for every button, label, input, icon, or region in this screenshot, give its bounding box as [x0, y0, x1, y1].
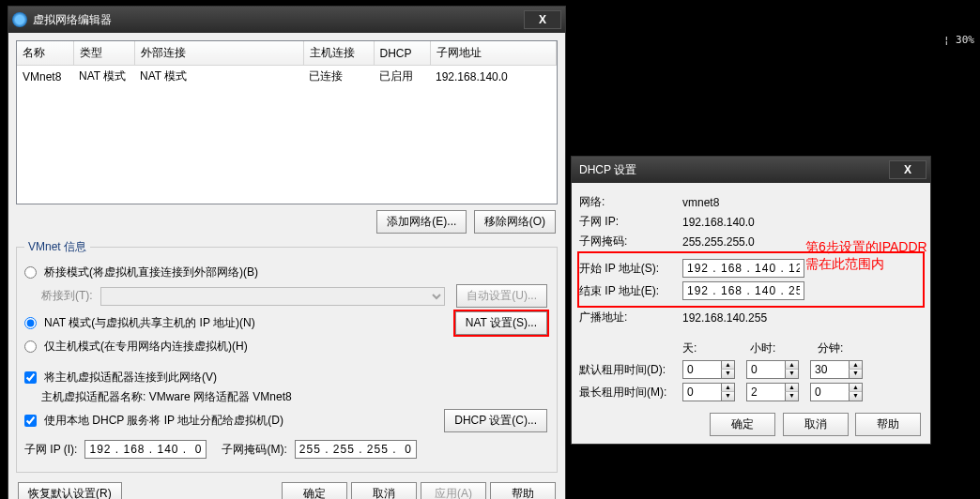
dhcp-close-icon[interactable]: X: [889, 160, 926, 179]
col-type[interactable]: 类型: [73, 41, 134, 66]
up-icon[interactable]: ▲: [849, 361, 862, 370]
subnet-mask-label: 子网掩码(M):: [222, 442, 286, 458]
cell-dhcp: 已启用: [374, 66, 430, 88]
check-host-adapter[interactable]: [24, 371, 37, 384]
m-min-spinner[interactable]: ▲▼: [810, 383, 863, 401]
down-icon[interactable]: ▼: [721, 392, 734, 401]
dhcp-help-button[interactable]: 帮助: [855, 413, 921, 436]
main-title: 虚拟网络编辑器: [33, 12, 524, 28]
net-label: 网络:: [579, 194, 682, 210]
radio-nat[interactable]: [24, 317, 37, 329]
bridge-auto-button: 自动设置(U)...: [456, 284, 547, 308]
subnet-ip-label: 子网 IP (I):: [24, 442, 77, 458]
host-adapter-info: 主机虚拟适配器名称: VMware 网络适配器 VMnet8: [41, 389, 549, 405]
down-icon[interactable]: ▼: [785, 370, 798, 378]
vmnet-info-group: VMnet 信息 桥接模式(将虚拟机直接连接到外部网络)(B) 桥接到(T): …: [16, 239, 558, 473]
hour-header: 小时:: [750, 340, 818, 356]
ok-button[interactable]: 确定: [282, 482, 347, 499]
max-lease-label: 最长租用时间(M):: [579, 385, 682, 401]
dhcp-title: DHCP 设置: [575, 162, 889, 178]
down-icon[interactable]: ▼: [849, 392, 862, 401]
d-hour-spinner[interactable]: ▲▼: [746, 360, 799, 379]
help-button[interactable]: 帮助: [490, 482, 556, 499]
d-min-input[interactable]: [811, 361, 849, 378]
dhcp-cancel-button[interactable]: 取消: [783, 413, 849, 436]
down-icon[interactable]: ▼: [721, 370, 734, 378]
col-host[interactable]: 主机连接: [303, 41, 374, 66]
up-icon[interactable]: ▲: [785, 384, 798, 392]
check-host-adapter-label: 将主机虚拟适配器连接到此网络(V): [44, 370, 217, 386]
restore-defaults-button[interactable]: 恢复默认设置(R): [18, 482, 122, 499]
cell-host: 已连接: [303, 66, 374, 88]
m-day-input[interactable]: [683, 384, 721, 401]
d-day-input[interactable]: [683, 361, 721, 378]
up-icon[interactable]: ▲: [721, 384, 734, 392]
col-name[interactable]: 名称: [17, 41, 73, 66]
dhcp-ok-button[interactable]: 确定: [710, 413, 775, 436]
end-ip-label: 结束 IP 地址(E):: [579, 283, 682, 299]
mask-value: 255.255.255.0: [682, 235, 755, 249]
d-day-spinner[interactable]: ▲▼: [682, 360, 735, 379]
start-ip-input[interactable]: [682, 259, 804, 278]
subnet-mask-input[interactable]: [295, 440, 417, 459]
col-subnet[interactable]: 子网地址: [430, 41, 557, 66]
end-ip-input[interactable]: [682, 281, 804, 300]
cell-name: VMnet8: [17, 66, 73, 88]
col-dhcp[interactable]: DHCP: [374, 41, 430, 66]
min-header: 分钟:: [818, 340, 885, 356]
right-corner-text: ¦ 30%: [943, 34, 974, 46]
bcast-value: 192.168.140.255: [682, 311, 767, 325]
default-lease-label: 默认租用时间(D):: [579, 362, 682, 378]
down-icon[interactable]: ▼: [785, 392, 798, 401]
cancel-button[interactable]: 取消: [351, 482, 417, 499]
radio-hostonly-label: 仅主机模式(在专用网络内连接虚拟机)(H): [44, 339, 248, 355]
bcast-label: 广播地址:: [579, 310, 682, 325]
mask-label: 子网掩码:: [579, 234, 682, 250]
down-icon[interactable]: ▼: [849, 370, 862, 378]
sub-label: 子网 IP:: [579, 214, 682, 230]
bridge-select: [100, 287, 446, 306]
main-window: 虚拟网络编辑器 X 名称 类型 外部连接 主机连接 DHCP 子网地址 VMne…: [8, 6, 566, 499]
cell-type: NAT 模式: [73, 66, 134, 88]
nat-settings-button[interactable]: NAT 设置(S)...: [455, 311, 547, 335]
start-ip-label: 开始 IP 地址(S):: [579, 261, 682, 277]
col-ext[interactable]: 外部连接: [134, 41, 303, 66]
m-hour-spinner[interactable]: ▲▼: [746, 383, 799, 401]
sub-value: 192.168.140.0: [682, 216, 755, 229]
up-icon[interactable]: ▲: [785, 361, 798, 370]
annotation-line2: 需在此范围内: [805, 255, 927, 272]
remove-network-button[interactable]: 移除网络(O): [474, 210, 556, 234]
day-header: 天:: [682, 340, 750, 356]
radio-nat-label: NAT 模式(与虚拟机共享主机的 IP 地址)(N): [44, 315, 450, 331]
m-day-spinner[interactable]: ▲▼: [682, 383, 735, 401]
check-dhcp[interactable]: [24, 415, 37, 427]
up-icon[interactable]: ▲: [849, 384, 862, 392]
up-icon[interactable]: ▲: [721, 361, 734, 370]
cell-ext: NAT 模式: [134, 66, 303, 88]
annotation-line1: 第6步设置的IPADDR: [805, 238, 927, 255]
d-min-spinner[interactable]: ▲▼: [810, 360, 863, 379]
close-icon[interactable]: X: [524, 10, 561, 29]
apply-button: 应用(A): [421, 482, 486, 499]
d-hour-input[interactable]: [747, 361, 785, 378]
main-titlebar: 虚拟网络编辑器 X: [8, 7, 565, 33]
table-row[interactable]: VMnet8 NAT 模式 NAT 模式 已连接 已启用 192.168.140…: [17, 66, 557, 88]
m-hour-input[interactable]: [747, 384, 785, 401]
dhcp-settings-button[interactable]: DHCP 设置(C)...: [444, 409, 547, 432]
cell-subnet: 192.168.140.0: [430, 66, 557, 88]
app-icon: [12, 12, 27, 27]
network-table[interactable]: 名称 类型 外部连接 主机连接 DHCP 子网地址 VMnet8 NAT 模式 …: [16, 40, 558, 204]
radio-bridge-label: 桥接模式(将虚拟机直接连接到外部网络)(B): [44, 265, 258, 280]
annotation-text: 第6步设置的IPADDR 需在此范围内: [805, 238, 927, 272]
net-value: vmnet8: [682, 196, 719, 209]
subnet-ip-input[interactable]: [84, 440, 207, 459]
radio-hostonly[interactable]: [24, 340, 37, 353]
add-network-button[interactable]: 添加网络(E)...: [376, 210, 467, 234]
dhcp-titlebar: DHCP 设置 X: [572, 157, 930, 183]
radio-bridge[interactable]: [24, 266, 37, 279]
vmnet-info-legend: VMnet 信息: [24, 239, 90, 255]
m-min-input[interactable]: [811, 384, 849, 401]
bridge-to-label: 桥接到(T):: [41, 288, 93, 304]
check-dhcp-label: 使用本地 DHCP 服务将 IP 地址分配给虚拟机(D): [44, 413, 438, 429]
dhcp-window: DHCP 设置 X 网络:vmnet8 子网 IP:192.168.140.0 …: [571, 156, 931, 445]
